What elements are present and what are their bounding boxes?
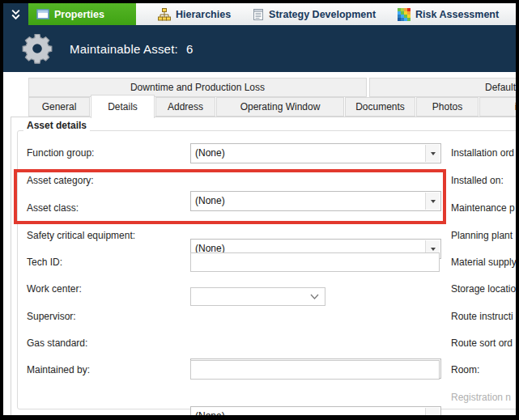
- tab-downtime-and-production-loss[interactable]: Downtime and Production Loss: [28, 78, 367, 97]
- record-header: Maintainable Asset:6: [3, 25, 516, 72]
- field-label-asset-class: Asset class:: [27, 198, 79, 218]
- tab-operating-window[interactable]: Operating Window: [216, 97, 344, 117]
- field-label-function-group: Function group:: [27, 143, 94, 163]
- maintained-by-input[interactable]: [190, 360, 440, 380]
- ribbon-tab-properties[interactable]: Properties: [28, 3, 136, 25]
- tab-address[interactable]: Address: [155, 97, 215, 117]
- chevron-down-icon: [431, 248, 436, 251]
- field-label-tech-id: Tech ID:: [27, 252, 62, 273]
- safety-critical-equipment-combobox[interactable]: [190, 287, 325, 306]
- field-label-supervisor: Supervisor:: [27, 307, 76, 327]
- ribbon-tab-strategy-development[interactable]: Strategy Development: [253, 8, 376, 21]
- ribbon-bar: Properties Hierarchies Strategy Developm…: [3, 3, 516, 25]
- combobox-value: (None): [191, 192, 440, 210]
- frame-top: [0, 0, 519, 3]
- tab-label: Address: [168, 101, 203, 112]
- field-label-safety-critical-equipment: Safety critical equipment:: [27, 226, 135, 246]
- record-id: 6: [186, 42, 194, 56]
- tab-defaults[interactable]: Defaults: [369, 78, 519, 97]
- field-label-registration-number: Registration n: [451, 388, 519, 408]
- field-label-work-center: Work center:: [27, 279, 82, 299]
- tab-label: Photos: [432, 101, 462, 112]
- app-window: Properties Hierarchies Strategy Developm…: [0, 0, 519, 420]
- field-label-maintenance-plant: Maintenance p: [451, 198, 519, 218]
- ribbon-tab-label: Hierarchies: [176, 9, 231, 20]
- function-group-combobox[interactable]: (None): [190, 143, 441, 163]
- tab-label: General: [42, 101, 77, 112]
- gear-icon: [21, 32, 53, 65]
- risk-matrix-icon: [398, 8, 411, 21]
- combobox-value: (None): [191, 144, 440, 163]
- record-type-label: Maintainable Asset:: [70, 42, 178, 56]
- tab-label: Details: [108, 101, 138, 112]
- field-label-route-instructions: Route instructi: [451, 307, 519, 327]
- page-title: Maintainable Asset:6: [70, 42, 193, 56]
- field-label-maintained-by: Maintained by:: [27, 360, 90, 380]
- tab-photos[interactable]: Photos: [416, 97, 479, 117]
- hierarchy-icon: [158, 8, 171, 21]
- tech-id-input[interactable]: [190, 252, 440, 272]
- document-icon: [253, 8, 264, 21]
- field-label-storage-location: Storage locatio: [451, 279, 519, 299]
- tab-documents[interactable]: Documents: [345, 97, 415, 117]
- tab-general[interactable]: General: [28, 97, 90, 117]
- dropdown-button[interactable]: [425, 145, 440, 162]
- field-label-room: Room:: [451, 360, 519, 380]
- chevron-down-icon: [310, 294, 319, 300]
- frame-bottom: [0, 415, 519, 420]
- chevron-down-icon: [431, 200, 436, 203]
- tab-clipped[interactable]: i: [479, 97, 519, 117]
- tab-label: Downtime and Production Loss: [130, 82, 265, 93]
- field-label-material-supply: Material supply: [451, 252, 519, 273]
- frame-right: [516, 0, 519, 420]
- ribbon-tab-label: Properties: [54, 9, 104, 20]
- field-label-installation-order: Installation ord: [451, 143, 519, 163]
- asset-category-combobox[interactable]: (None): [190, 191, 441, 211]
- window-icon: [36, 9, 49, 19]
- chevron-down-icon: [431, 152, 436, 155]
- frame-left: [0, 0, 3, 420]
- tab-label: Operating Window: [240, 101, 321, 112]
- field-label-route-sort-order: Route sort ord: [451, 333, 519, 354]
- ribbon-tab-label: Risk Assessment: [415, 9, 499, 20]
- field-label-asset-category: Asset category:: [27, 171, 94, 191]
- ribbon-tab-label: Strategy Development: [269, 9, 376, 20]
- tab-label: Defaults: [485, 82, 519, 93]
- field-label-gas-standard: Gas standard:: [27, 333, 87, 354]
- dropdown-button[interactable]: [425, 193, 440, 210]
- field-label-planning-plant: Planning plant: [451, 226, 519, 246]
- field-label-installed-on: Installed on:: [451, 171, 519, 191]
- ribbon-tabs: Hierarchies Strategy Development Ri: [136, 3, 516, 25]
- ribbon-tab-hierarchies[interactable]: Hierarchies: [158, 8, 231, 21]
- chevron-double-down-icon: [11, 9, 21, 20]
- ribbon-tab-risk-assessment[interactable]: Risk Assessment: [398, 8, 499, 21]
- collapse-ribbon-button[interactable]: [3, 3, 28, 25]
- tab-label: Documents: [355, 101, 405, 112]
- groupbox-title: Asset details: [23, 120, 90, 131]
- tab-details[interactable]: Details: [91, 95, 155, 118]
